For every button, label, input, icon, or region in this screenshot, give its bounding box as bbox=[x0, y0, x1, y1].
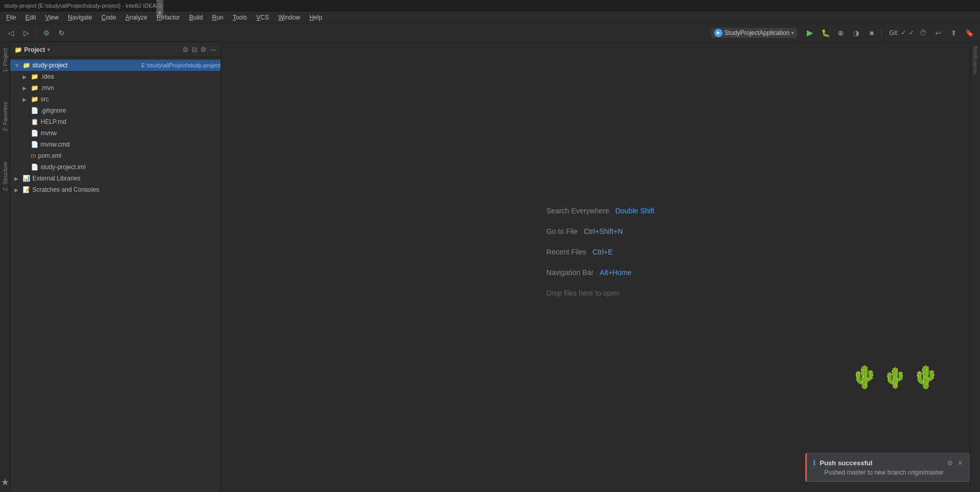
recent-label: Recent Files bbox=[546, 248, 586, 256]
project-panel: 📁 Project ▾ ⚙ ⊟ ⚙ — ▼ 📁 study-project E:… bbox=[10, 42, 221, 492]
root-path: E:\study\allProject\study-project bbox=[141, 62, 220, 68]
sidebar-tab-project[interactable]: 1: Project bbox=[1, 44, 9, 76]
tree-item-external-libs[interactable]: ▶ 📊 External Libraries bbox=[10, 173, 220, 184]
tree-item-mvn[interactable]: ▶ 📁 .mvn bbox=[10, 82, 220, 94]
menu-view[interactable]: View bbox=[41, 13, 63, 22]
iml-name: study-project.iml bbox=[41, 163, 220, 171]
menu-run[interactable]: Run bbox=[208, 13, 228, 22]
tree-item-mvnwcmd[interactable]: 📄 mvnw.cmd bbox=[10, 139, 220, 150]
run-button[interactable]: ▶ bbox=[803, 26, 817, 40]
menu-refactor[interactable]: Refactor bbox=[153, 13, 184, 22]
notification-gear-icon[interactable]: ⚙ bbox=[947, 459, 953, 467]
menu-file[interactable]: File bbox=[2, 13, 20, 22]
menu-vcs[interactable]: VCS bbox=[252, 13, 273, 22]
project-title: 📁 Project ▾ bbox=[14, 46, 179, 53]
tree-item-pomxml[interactable]: m pom.xml bbox=[10, 150, 220, 161]
settings-icon[interactable]: ⚙ bbox=[200, 46, 207, 53]
folder-icon: 📁 bbox=[14, 46, 22, 53]
search-shortcut: Double Shift bbox=[615, 207, 654, 215]
layout-icon[interactable]: ⊟ bbox=[192, 46, 197, 53]
menu-window[interactable]: Window bbox=[274, 13, 304, 22]
maximize-button[interactable]: □ bbox=[156, 2, 163, 9]
editor-area: Search Everywhere Double Shift Go to Fil… bbox=[221, 42, 980, 492]
git-label: Git: bbox=[889, 29, 899, 37]
stop-button[interactable]: ■ bbox=[865, 26, 878, 40]
src-name: src bbox=[41, 96, 220, 103]
mvn-folder-icon: 📁 bbox=[31, 84, 39, 92]
project-header-icons: ⚙ ⊟ ⚙ — bbox=[182, 46, 216, 53]
notification-body: Pushed master to new branch origin/maste… bbox=[813, 469, 963, 476]
search-label: Search Everywhere bbox=[546, 207, 609, 215]
tree-root[interactable]: ▼ 📁 study-project E:\study\allProject\st… bbox=[10, 60, 220, 71]
tree-item-iml[interactable]: 📄 study-project.iml bbox=[10, 161, 220, 173]
welcome-section: Search Everywhere Double Shift Go to Fil… bbox=[546, 207, 654, 297]
git-revert-button[interactable]: ↩ bbox=[932, 26, 945, 40]
menu-navigate[interactable]: Navigate bbox=[64, 13, 96, 22]
goto-label: Go to File bbox=[546, 227, 578, 235]
back-button[interactable]: ◁ bbox=[4, 26, 17, 40]
run-config-label: StudyProjectApplication bbox=[725, 29, 790, 37]
menu-build[interactable]: Build bbox=[185, 13, 207, 22]
scratches-name: Scratches and Consoles bbox=[32, 186, 220, 193]
right-tab-notifications[interactable]: Notifications bbox=[971, 44, 979, 76]
gitignore-name: .gitignore bbox=[41, 107, 220, 114]
sidebar-tab-structure[interactable]: Z: Structure bbox=[1, 157, 9, 195]
notification-info-icon: ℹ bbox=[813, 459, 816, 467]
recent-shortcut: Ctrl+E bbox=[593, 248, 613, 256]
coverage-button[interactable]: ⊕ bbox=[834, 26, 847, 40]
project-panel-header: 📁 Project ▾ ⚙ ⊟ ⚙ — bbox=[10, 42, 220, 58]
cactus-decoration: 🌵 🌵 🌵 bbox=[851, 366, 939, 389]
tree-item-src[interactable]: ▶ 📁 src bbox=[10, 94, 220, 105]
bookmark-button[interactable]: 🔖 bbox=[963, 26, 976, 40]
menu-analyze[interactable]: Analyze bbox=[121, 13, 152, 22]
left-sidebar-tabs: 1: Project 2: Favorites Z: Structure ★ bbox=[0, 42, 10, 492]
sync-button[interactable]: ↻ bbox=[55, 26, 68, 40]
run-config-dropdown-icon: ▾ bbox=[791, 30, 794, 35]
notification-title: Push successful bbox=[820, 459, 943, 467]
git-check2: ✓ bbox=[909, 29, 914, 37]
search-everywhere-row: Search Everywhere Double Shift bbox=[546, 207, 654, 215]
title-bar: study-project [E:\study\allProject\study… bbox=[0, 0, 980, 11]
helpmd-name: HELP.md bbox=[41, 118, 220, 125]
run-config-icon: ▶ bbox=[714, 29, 723, 37]
tree-item-gitignore[interactable]: 📄 .gitignore bbox=[10, 105, 220, 116]
root-name: study-project bbox=[32, 62, 137, 69]
build-button[interactable]: ⚙ bbox=[40, 26, 53, 40]
root-arrow: ▼ bbox=[14, 63, 21, 68]
menu-help[interactable]: Help bbox=[305, 13, 326, 22]
forward-button[interactable]: ▷ bbox=[20, 26, 33, 40]
toolbar-separator-1 bbox=[36, 28, 36, 38]
iml-icon: 📄 bbox=[31, 163, 39, 171]
pomxml-icon: m bbox=[31, 152, 36, 159]
sidebar-tab-favorites[interactable]: 2: Favorites bbox=[1, 98, 9, 135]
title-text: study-project [E:\study\allProject\study… bbox=[4, 3, 156, 9]
nav-bar-row: Navigation Bar Alt+Home bbox=[546, 268, 632, 277]
notification-toast: ℹ Push successful ⚙ ✕ Pushed master to n… bbox=[805, 453, 970, 482]
drop-files-label: Drop files here to open bbox=[546, 289, 619, 297]
menu-tools[interactable]: Tools bbox=[229, 13, 251, 22]
star-icon[interactable]: ★ bbox=[1, 477, 9, 492]
helpmd-icon: 📋 bbox=[31, 118, 39, 125]
git-push-button[interactable]: ⬆ bbox=[947, 26, 960, 40]
debug-button[interactable]: 🐛 bbox=[819, 26, 832, 40]
tree-item-idea[interactable]: ▶ 📁 .idea bbox=[10, 71, 220, 82]
notification-close-icon[interactable]: ✕ bbox=[957, 459, 963, 467]
tree-item-scratches[interactable]: ▶ 📝 Scratches and Consoles bbox=[10, 184, 220, 195]
goto-file-row: Go to File Ctrl+Shift+N bbox=[546, 227, 623, 235]
recent-files-row: Recent Files Ctrl+E bbox=[546, 248, 613, 256]
nav-label: Navigation Bar bbox=[546, 268, 594, 277]
cactus-plant-1: 🌵 bbox=[851, 366, 878, 389]
tree-item-mvnw[interactable]: 📄 mvnw bbox=[10, 127, 220, 139]
mvn-arrow: ▶ bbox=[23, 85, 29, 91]
project-dropdown-icon[interactable]: ▾ bbox=[47, 47, 50, 52]
mvnwcmd-name: mvnw.cmd bbox=[41, 141, 220, 148]
minimize-button[interactable]: — bbox=[156, 0, 163, 2]
run-config-selector[interactable]: ▶ StudyProjectApplication ▾ bbox=[711, 28, 798, 38]
git-history-button[interactable]: ⏱ bbox=[916, 26, 930, 40]
menu-edit[interactable]: Edit bbox=[21, 13, 40, 22]
profile-button[interactable]: ◑ bbox=[849, 26, 863, 40]
tree-item-helpmd[interactable]: 📋 HELP.md bbox=[10, 116, 220, 127]
cog-icon[interactable]: ⚙ bbox=[182, 46, 189, 53]
menu-code[interactable]: Code bbox=[97, 13, 120, 22]
minimize-panel-icon[interactable]: — bbox=[210, 46, 216, 53]
